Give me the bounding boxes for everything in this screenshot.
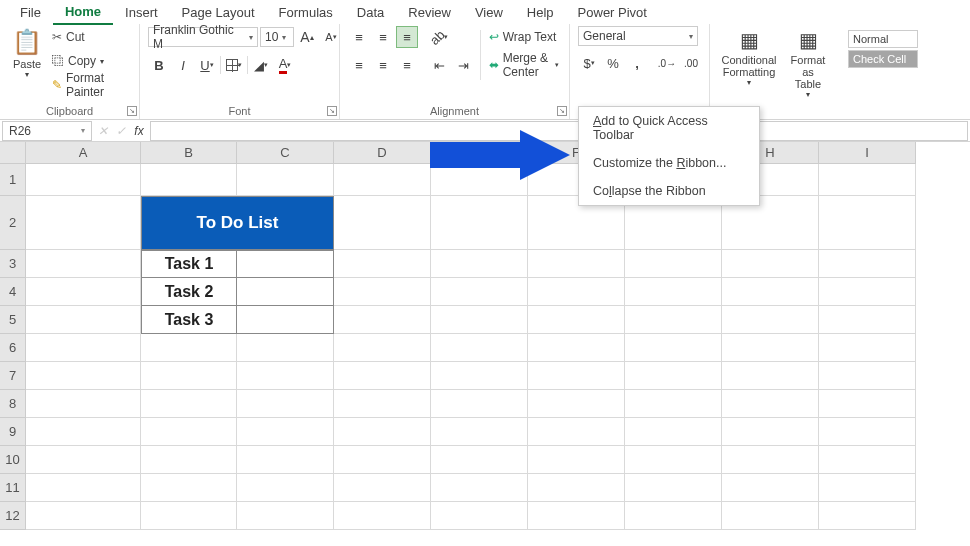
cell[interactable] (625, 446, 722, 474)
increase-indent-button[interactable]: ⇥ (452, 54, 474, 76)
cell[interactable] (722, 390, 819, 418)
increase-decimal-button[interactable]: .0→ (656, 52, 678, 74)
row-header[interactable]: 8 (0, 390, 26, 418)
name-box[interactable]: R26▾ (2, 121, 92, 141)
col-header[interactable]: C (237, 142, 334, 164)
cell[interactable] (334, 474, 431, 502)
font-color-button[interactable]: A▾ (274, 54, 296, 76)
cell[interactable] (431, 446, 528, 474)
todo-item-check[interactable] (237, 278, 334, 306)
cell[interactable] (528, 390, 625, 418)
col-header[interactable]: I (819, 142, 916, 164)
cell[interactable] (334, 164, 431, 196)
cell[interactable] (819, 446, 916, 474)
orientation-button[interactable]: ab▾ (428, 26, 450, 48)
row-header[interactable]: 3 (0, 250, 26, 278)
cell[interactable] (722, 418, 819, 446)
cell[interactable] (26, 474, 141, 502)
cell[interactable] (141, 334, 237, 362)
font-name-select[interactable]: Franklin Gothic M▾ (148, 27, 258, 47)
tab-help[interactable]: Help (515, 1, 566, 24)
cell[interactable] (722, 278, 819, 306)
todo-item[interactable]: Task 1 (141, 250, 237, 278)
align-right-button[interactable]: ≡ (396, 54, 418, 76)
todo-item[interactable]: Task 3 (141, 306, 237, 334)
cell[interactable] (26, 362, 141, 390)
decrease-decimal-button[interactable]: .00 (680, 52, 702, 74)
cell[interactable] (237, 362, 334, 390)
cell[interactable] (528, 334, 625, 362)
cell[interactable] (26, 418, 141, 446)
cell[interactable] (722, 446, 819, 474)
cell[interactable] (26, 502, 141, 530)
cell[interactable] (141, 164, 237, 196)
cell[interactable] (334, 278, 431, 306)
cell[interactable] (431, 390, 528, 418)
bold-button[interactable]: B (148, 54, 170, 76)
fill-color-button[interactable]: ◢▾ (250, 54, 272, 76)
cell[interactable] (722, 250, 819, 278)
cell[interactable] (26, 164, 141, 196)
cell[interactable] (431, 334, 528, 362)
paste-button[interactable]: 📋 Paste ▾ (8, 26, 46, 81)
todo-item-check[interactable] (237, 306, 334, 334)
decrease-font-button[interactable]: A▾ (320, 26, 342, 48)
cell[interactable] (819, 250, 916, 278)
cell[interactable] (237, 390, 334, 418)
borders-button[interactable]: ▾ (223, 54, 245, 76)
number-format-select[interactable]: General▾ (578, 26, 698, 46)
tab-insert[interactable]: Insert (113, 1, 170, 24)
col-header[interactable]: D (334, 142, 431, 164)
cell[interactable] (528, 502, 625, 530)
tab-data[interactable]: Data (345, 1, 396, 24)
align-center-button[interactable]: ≡ (372, 54, 394, 76)
cell[interactable] (528, 278, 625, 306)
cell[interactable] (26, 334, 141, 362)
row-header[interactable]: 5 (0, 306, 26, 334)
row-header[interactable]: 1 (0, 164, 26, 196)
row-header[interactable]: 12 (0, 502, 26, 530)
col-header[interactable]: B (141, 142, 237, 164)
underline-button[interactable]: U▾ (196, 54, 218, 76)
cells-area[interactable]: To Do List Task 1 Task 2 Task 3 (26, 164, 916, 530)
cell[interactable] (625, 362, 722, 390)
align-top-button[interactable]: ≡ (348, 26, 370, 48)
copy-button[interactable]: ⿻Copy▾ (50, 50, 131, 72)
cell[interactable] (334, 334, 431, 362)
percent-format-button[interactable]: % (602, 52, 624, 74)
cell[interactable] (819, 418, 916, 446)
cell[interactable] (26, 446, 141, 474)
merge-center-button[interactable]: ⬌Merge & Center▾ (487, 54, 561, 76)
tab-formulas[interactable]: Formulas (267, 1, 345, 24)
cell[interactable] (819, 278, 916, 306)
tab-power-pivot[interactable]: Power Pivot (566, 1, 659, 24)
align-left-button[interactable]: ≡ (348, 54, 370, 76)
cell[interactable] (625, 334, 722, 362)
cell[interactable] (431, 250, 528, 278)
cell[interactable] (528, 446, 625, 474)
cell[interactable] (431, 278, 528, 306)
cell[interactable] (625, 502, 722, 530)
cell[interactable] (528, 250, 625, 278)
fx-icon[interactable]: fx (130, 124, 148, 138)
cell[interactable] (528, 474, 625, 502)
cell[interactable] (26, 250, 141, 278)
cell[interactable] (625, 474, 722, 502)
cell[interactable] (237, 334, 334, 362)
cell[interactable] (625, 390, 722, 418)
cell[interactable] (26, 390, 141, 418)
cell[interactable] (334, 446, 431, 474)
align-bottom-button[interactable]: ≡ (396, 26, 418, 48)
cell[interactable] (431, 306, 528, 334)
cell[interactable] (26, 306, 141, 334)
cell[interactable] (625, 278, 722, 306)
cell[interactable] (26, 278, 141, 306)
font-size-select[interactable]: 10▾ (260, 27, 294, 47)
cell[interactable] (819, 196, 916, 250)
cell[interactable] (334, 250, 431, 278)
cut-button[interactable]: ✂Cut (50, 26, 131, 48)
conditional-formatting-button[interactable]: ▦ Conditional Formatting▾ (718, 26, 780, 89)
cell[interactable] (334, 306, 431, 334)
row-header[interactable]: 2 (0, 196, 26, 250)
cell[interactable] (722, 306, 819, 334)
